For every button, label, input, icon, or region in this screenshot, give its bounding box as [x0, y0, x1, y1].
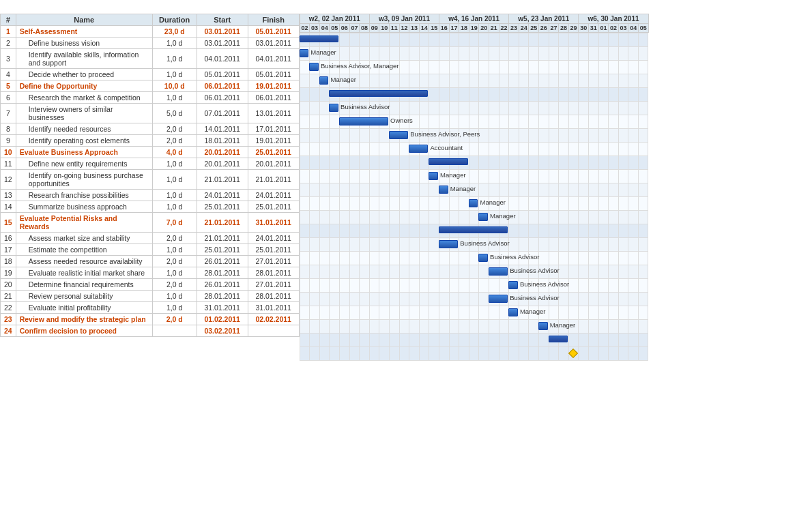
row-finish: 27.01.2011 [248, 256, 299, 267]
row-finish: 04.01.2011 [248, 49, 299, 69]
row-finish: 31.01.2011 [248, 302, 299, 314]
week-header: w4, 16 Jan 2011 [439, 14, 509, 24]
row-start: 05.01.2011 [197, 69, 248, 80]
day-header: 05 [330, 24, 340, 33]
row-name: Identify needed resources [16, 123, 152, 135]
row-finish: 03.01.2011 [248, 38, 299, 49]
row-finish: 31.01.2011 [248, 213, 299, 233]
table-row: 23Review and modify the strategic plan2,… [1, 314, 300, 325]
row-finish: 21.01.2011 [248, 170, 299, 190]
day-header: 13 [409, 24, 420, 33]
row-name: Review and modify the strategic plan [16, 314, 152, 325]
row-duration: 2,0 d [152, 135, 197, 147]
table-row: 7Interview owners of similar businesses5… [1, 104, 300, 123]
table-row: 13Research franchise possibilities1,0 d2… [1, 190, 300, 201]
table-row: 6Research the market & competition1,0 d0… [1, 92, 300, 104]
day-header: 05 [639, 24, 649, 33]
row-start: 01.02.2011 [197, 314, 248, 325]
row-name: Research franchise possibilities [16, 190, 152, 201]
row-num: 23 [1, 314, 16, 325]
table-row: 18Assess needed resource availability2,0… [1, 256, 300, 267]
day-header: 03 [310, 24, 320, 33]
row-finish: 17.01.2011 [248, 123, 299, 135]
gantt-container: # Name Duration Start Finish 1Self-Asses… [0, 14, 812, 361]
table-row: 11Define new entity requirements1,0 d20.… [1, 158, 300, 170]
row-name: Decide whether to proceed [16, 69, 152, 80]
row-duration: 1,0 d [152, 291, 197, 302]
row-finish: 19.01.2011 [248, 80, 299, 92]
row-finish: 25.01.2011 [248, 201, 299, 213]
row-start: 14.01.2011 [197, 123, 248, 135]
row-start: 25.01.2011 [197, 244, 248, 256]
row-num: 14 [1, 201, 16, 213]
day-header: 01 [598, 24, 609, 33]
row-num: 6 [1, 92, 16, 104]
left-panel: # Name Duration Start Finish 1Self-Asses… [0, 14, 300, 361]
week-header: w3, 09 Jan 2011 [369, 14, 439, 24]
row-num: 22 [1, 302, 16, 314]
row-finish: 19.01.2011 [248, 135, 299, 147]
row-num: 9 [1, 135, 16, 147]
day-header: 02 [300, 24, 310, 33]
row-num: 10 [1, 147, 16, 158]
day-header: 30 [579, 24, 589, 33]
day-header: 06 [340, 24, 350, 33]
table-row: 20Determine financial requirements2,0 d2… [1, 279, 300, 291]
day-header: 24 [519, 24, 529, 33]
table-row: 16Assess market size and stability2,0 d2… [1, 233, 300, 244]
row-start: 24.01.2011 [197, 190, 248, 201]
row-duration: 1,0 d [152, 49, 197, 69]
day-header: 21 [489, 24, 499, 33]
row-name: Identify available skills, information a… [16, 49, 152, 69]
task-table: # Name Duration Start Finish 1Self-Asses… [0, 14, 300, 337]
row-num: 12 [1, 170, 16, 190]
row-name: Research the market & competition [16, 92, 152, 104]
row-duration: 1,0 d [152, 190, 197, 201]
day-header: 17 [449, 24, 459, 33]
row-finish: 20.01.2011 [248, 158, 299, 170]
table-row: 22Evaluate initial profitability1,0 d31.… [1, 302, 300, 314]
table-row: 17Estimate the competition1,0 d25.01.201… [1, 244, 300, 256]
row-start: 06.01.2011 [197, 80, 248, 92]
row-finish: 28.01.2011 [248, 291, 299, 302]
row-name: Summarize business approach [16, 201, 152, 213]
table-row: 19Evaluate realistic initial market shar… [1, 267, 300, 279]
row-num: 2 [1, 38, 16, 49]
row-duration: 1,0 d [152, 201, 197, 213]
row-num: 7 [1, 104, 16, 123]
row-num: 21 [1, 291, 16, 302]
row-start: 04.01.2011 [197, 49, 248, 69]
day-header: 07 [349, 24, 360, 33]
row-duration: 1,0 d [152, 267, 197, 279]
row-finish: 13.01.2011 [248, 104, 299, 123]
chart-body: ManagerBusiness Advisor, ManagerManagerB… [300, 33, 812, 361]
day-header: 26 [539, 24, 549, 33]
day-header: 28 [559, 24, 569, 33]
table-row: 21Review personal suitability1,0 d28.01.… [1, 291, 300, 302]
row-finish: 25.01.2011 [248, 244, 299, 256]
row-duration: 2,0 d [152, 314, 197, 325]
chart-panel: w2, 02 Jan 2011w3, 09 Jan 2011w4, 16 Jan… [300, 14, 812, 361]
row-duration: 2,0 d [152, 279, 197, 291]
row-finish: 28.01.2011 [248, 267, 299, 279]
row-start: 20.01.2011 [197, 147, 248, 158]
week-header: w5, 23 Jan 2011 [509, 14, 579, 24]
day-header: 27 [549, 24, 559, 33]
row-finish: 27.01.2011 [248, 279, 299, 291]
row-num: 11 [1, 158, 16, 170]
col-header-finish: Finish [248, 14, 299, 26]
row-duration: 1,0 d [152, 92, 197, 104]
table-row: 14Summarize business approach1,0 d25.01.… [1, 201, 300, 213]
row-duration: 1,0 d [152, 302, 197, 314]
row-start: 25.01.2011 [197, 201, 248, 213]
day-header: 12 [399, 24, 409, 33]
row-finish: 02.02.2011 [248, 314, 299, 325]
row-name: Define new entity requirements [16, 158, 152, 170]
table-row: 15Evaluate Potential Risks and Rewards7,… [1, 213, 300, 233]
row-duration [152, 325, 197, 337]
row-num: 17 [1, 244, 16, 256]
week-header: w2, 02 Jan 2011 [300, 14, 369, 24]
row-num: 15 [1, 213, 16, 233]
day-header: 04 [319, 24, 330, 33]
row-finish: 06.01.2011 [248, 92, 299, 104]
